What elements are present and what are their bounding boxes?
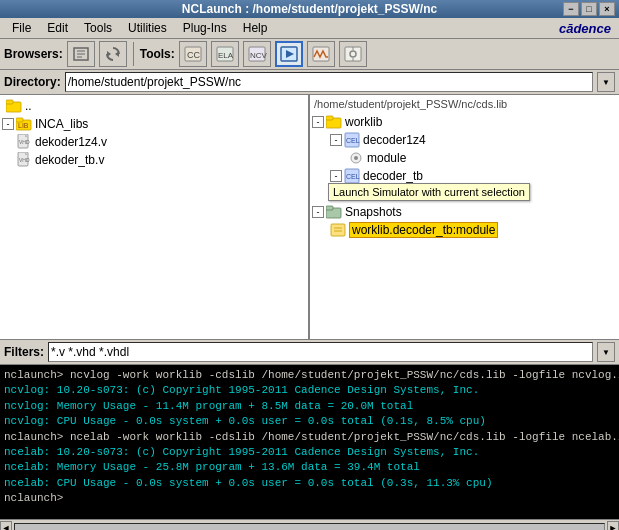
vfile-icon-1: VHD (16, 134, 32, 150)
folder-up-icon (6, 98, 22, 114)
svg-text:VHD: VHD (19, 139, 30, 145)
directory-dropdown[interactable]: ▼ (597, 72, 615, 92)
toolbar-btn-waves[interactable] (307, 41, 335, 67)
tooltip-launch-sim: Launch Simulator with current selection (328, 183, 530, 201)
expand-inca-libs[interactable]: - (2, 118, 14, 130)
tree-text-snapshot-item: worklib.decoder_tb:module (349, 222, 498, 238)
svg-text:CC: CC (187, 50, 200, 60)
maximize-button[interactable]: □ (581, 2, 597, 16)
rp-tree-worklib[interactable]: - worklib (312, 113, 617, 131)
svg-text:VHD: VHD (19, 157, 30, 163)
filter-input[interactable] (48, 342, 593, 362)
tree-text-decoder-tb: decoder_tb (363, 169, 423, 183)
left-panel: .. - LIB INCA_libs VHD dekoder1z4.v VHD … (0, 95, 310, 339)
menu-file[interactable]: File (4, 19, 39, 37)
lib-icon: LIB (16, 116, 32, 132)
scroll-left-btn[interactable]: ◄ (0, 521, 12, 531)
log-scrollbar[interactable]: ◄ ► (0, 520, 619, 530)
rp-tree-snapshots[interactable]: - Snapshots (312, 203, 617, 221)
titlebar-title: NCLaunch : /home/student/projekt_PSSW/nc (56, 2, 563, 16)
titlebar-buttons: − □ × (563, 2, 615, 16)
worklib-icon (326, 114, 342, 130)
svg-text:LIB: LIB (18, 122, 29, 129)
log-area[interactable]: nclaunch> ncvlog -work worklib -cdslib /… (0, 365, 619, 520)
rp-tree-module-1[interactable]: module (312, 149, 617, 167)
vfile-icon-2: VHD (16, 152, 32, 168)
tree-item-parent[interactable]: .. (2, 97, 306, 115)
menu-utilities[interactable]: Utilities (120, 19, 175, 37)
filter-dropdown[interactable]: ▼ (597, 342, 615, 362)
filter-label: Filters: (4, 345, 44, 359)
tree-item-inca-libs[interactable]: - LIB INCA_libs (2, 115, 306, 133)
svg-rect-42 (331, 224, 345, 236)
snapshots-icon (326, 204, 342, 220)
tree-item-dekoder1z4[interactable]: VHD dekoder1z4.v (2, 133, 306, 151)
toolbar-btn-settings[interactable] (339, 41, 367, 67)
directory-label: Directory: (4, 75, 61, 89)
toolbar-btn-refresh[interactable] (99, 41, 127, 67)
cadence-logo: cādence (559, 21, 615, 36)
toolbar-btn-edit[interactable] (67, 41, 95, 67)
svg-text:CELL: CELL (346, 137, 360, 144)
menu-edit[interactable]: Edit (39, 19, 76, 37)
cell-icon-2: CELL (344, 168, 360, 184)
toolbar-btn-compile[interactable]: CC (179, 41, 207, 67)
toolbar-separator-1 (133, 42, 134, 66)
main-content: .. - LIB INCA_libs VHD dekoder1z4.v VHD … (0, 95, 619, 340)
rp-tree-snapshot-item[interactable]: worklib.decoder_tb:module (312, 221, 617, 239)
close-button[interactable]: × (599, 2, 615, 16)
menu-help[interactable]: Help (235, 19, 276, 37)
menu-tools[interactable]: Tools (76, 19, 120, 37)
svg-text:CELL: CELL (346, 173, 360, 180)
svg-point-35 (354, 156, 358, 160)
svg-rect-31 (326, 116, 333, 120)
filter-bar: Filters: ▼ (0, 340, 619, 365)
tree-text-parent: .. (25, 99, 32, 113)
browsers-label: Browsers: (4, 47, 63, 61)
tree-text-decoder1z4: decoder1z4 (363, 133, 426, 147)
tree-text-worklib: worklib (345, 115, 382, 129)
tree-text-inca-libs: INCA_libs (35, 117, 88, 131)
toolbar-btn-launch-sim[interactable] (275, 41, 303, 67)
cell-icon-1: CELL (344, 132, 360, 148)
menu-plugins[interactable]: Plug-Ins (175, 19, 235, 37)
tree-text-module-1: module (367, 151, 406, 165)
menubar: File Edit Tools Utilities Plug-Ins Help … (0, 18, 619, 39)
toolbar: Browsers: Tools: CC ELA NCV (0, 39, 619, 70)
view-icon-1 (348, 150, 364, 166)
tree-text-dekoder1z4: dekoder1z4.v (35, 135, 107, 149)
rp-tree-decoder1z4[interactable]: - CELL decoder1z4 (312, 131, 617, 149)
right-panel: /home/student/projekt_PSSW/nc/cds.lib - … (310, 95, 619, 339)
svg-marker-5 (107, 51, 111, 57)
expand-decoder-tb[interactable]: - (330, 170, 342, 182)
minimize-button[interactable]: − (563, 2, 579, 16)
svg-text:ELA: ELA (218, 51, 234, 60)
directory-bar: Directory: ▼ (0, 70, 619, 95)
svg-rect-41 (326, 206, 333, 210)
expand-snapshots[interactable]: - (312, 206, 324, 218)
scrollbar-track (14, 523, 605, 531)
svg-text:NCV: NCV (250, 51, 267, 60)
toolbar-btn-simulate-ncv[interactable]: NCV (243, 41, 271, 67)
svg-rect-20 (6, 100, 13, 104)
expand-decoder1z4[interactable]: - (330, 134, 342, 146)
tree-text-snapshots: Snapshots (345, 205, 402, 219)
tree-text-dekoder-tb: dekoder_tb.v (35, 153, 104, 167)
toolbar-btn-elaborate[interactable]: ELA (211, 41, 239, 67)
scroll-right-btn[interactable]: ► (607, 521, 619, 531)
tree-item-dekoder-tb[interactable]: VHD dekoder_tb.v (2, 151, 306, 169)
tools-label: Tools: (140, 47, 175, 61)
svg-marker-4 (115, 51, 119, 57)
directory-input[interactable] (65, 72, 593, 92)
expand-worklib[interactable]: - (312, 116, 324, 128)
cdslib-path: /home/student/projekt_PSSW/nc/cds.lib (312, 97, 617, 111)
snapshot-item-icon (330, 222, 346, 238)
titlebar: NCLaunch : /home/student/projekt_PSSW/nc… (0, 0, 619, 18)
